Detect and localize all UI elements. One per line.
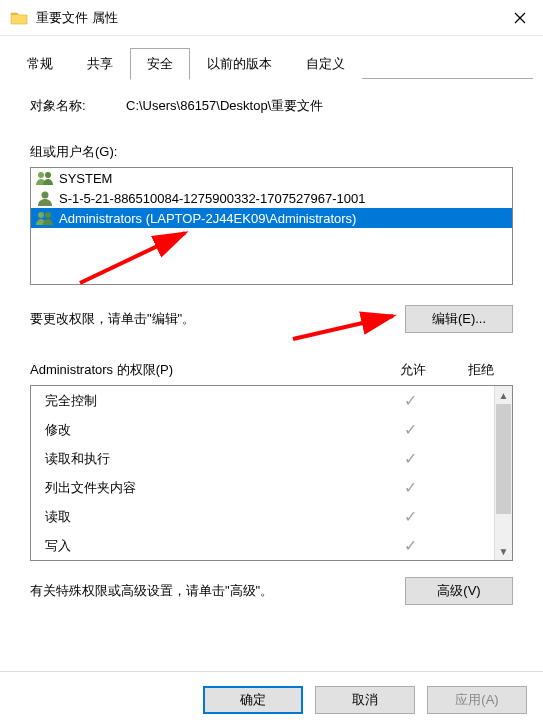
permission-allow-check: ✓ (374, 507, 446, 526)
permission-row: 列出文件夹内容✓ (31, 473, 494, 502)
svg-point-2 (42, 192, 49, 199)
list-item-label: Administrators (LAPTOP-2J44EK09\Administ… (59, 211, 356, 226)
window-title: 重要文件 属性 (36, 9, 497, 27)
advanced-button[interactable]: 高级(V) (405, 577, 513, 605)
permission-row: 读取✓ (31, 502, 494, 531)
svg-point-1 (45, 172, 51, 178)
ok-button[interactable]: 确定 (203, 686, 303, 714)
tab-previous-versions[interactable]: 以前的版本 (190, 48, 289, 79)
edit-button[interactable]: 编辑(E)... (405, 305, 513, 333)
svg-point-4 (45, 212, 51, 218)
svg-point-0 (38, 172, 44, 178)
permission-allow-check: ✓ (374, 420, 446, 439)
content-area: 对象名称: C:\Users\86157\Desktop\重要文件 组或用户名(… (0, 79, 543, 605)
permission-name: 读取 (45, 508, 374, 526)
permission-name: 列出文件夹内容 (45, 479, 374, 497)
permissions-header-name: Administrators 的权限(P) (30, 361, 377, 379)
groups-listbox[interactable]: SYSTEMS-1-5-21-886510084-1275900332-1707… (30, 167, 513, 285)
permission-row: 写入✓ (31, 531, 494, 560)
object-path: C:\Users\86157\Desktop\重要文件 (126, 97, 323, 115)
users-group-icon (35, 170, 55, 186)
permission-name: 修改 (45, 421, 374, 439)
list-item[interactable]: Administrators (LAPTOP-2J44EK09\Administ… (31, 208, 512, 228)
list-item-label: S-1-5-21-886510084-1275900332-1707527967… (59, 191, 365, 206)
groups-label: 组或用户名(G): (30, 143, 513, 161)
close-button[interactable] (497, 2, 543, 34)
svg-point-3 (38, 212, 44, 218)
users-group-icon (35, 210, 55, 226)
titlebar: 重要文件 属性 (0, 0, 543, 36)
permissions-box: 完全控制✓修改✓读取和执行✓列出文件夹内容✓读取✓写入✓ ▲ ▼ (30, 385, 513, 561)
cancel-button[interactable]: 取消 (315, 686, 415, 714)
permission-name: 完全控制 (45, 392, 374, 410)
permissions-header: Administrators 的权限(P) 允许 拒绝 (30, 361, 513, 379)
permission-name: 读取和执行 (45, 450, 374, 468)
permission-allow-check: ✓ (374, 478, 446, 497)
list-item-label: SYSTEM (59, 171, 112, 186)
edit-hint-text: 要更改权限，请单击"编辑"。 (30, 310, 405, 328)
permission-name: 写入 (45, 537, 374, 555)
folder-icon (10, 11, 28, 25)
permission-row: 完全控制✓ (31, 386, 494, 415)
scroll-up-icon[interactable]: ▲ (495, 386, 512, 404)
permissions-header-deny: 拒绝 (449, 361, 513, 379)
object-label: 对象名称: (30, 97, 126, 115)
permission-row: 修改✓ (31, 415, 494, 444)
list-item[interactable]: SYSTEM (31, 168, 512, 188)
object-row: 对象名称: C:\Users\86157\Desktop\重要文件 (30, 97, 513, 115)
list-item[interactable]: S-1-5-21-886510084-1275900332-1707527967… (31, 188, 512, 208)
permission-allow-check: ✓ (374, 536, 446, 555)
dialog-footer: 确定 取消 应用(A) (0, 671, 543, 727)
scroll-down-icon[interactable]: ▼ (495, 542, 512, 560)
tab-custom[interactable]: 自定义 (289, 48, 362, 79)
tab-security[interactable]: 安全 (130, 48, 190, 80)
advanced-hint-text: 有关特殊权限或高级设置，请单击"高级"。 (30, 582, 405, 600)
permissions-header-allow: 允许 (377, 361, 449, 379)
tab-share[interactable]: 共享 (70, 48, 130, 79)
scroll-thumb[interactable] (496, 404, 511, 514)
permissions-scrollbar[interactable]: ▲ ▼ (494, 386, 512, 560)
tab-general[interactable]: 常规 (10, 48, 70, 79)
edit-hint-row: 要更改权限，请单击"编辑"。 编辑(E)... (30, 305, 513, 333)
close-icon (514, 12, 526, 24)
user-icon (35, 190, 55, 206)
advanced-hint-row: 有关特殊权限或高级设置，请单击"高级"。 高级(V) (30, 577, 513, 605)
apply-button[interactable]: 应用(A) (427, 686, 527, 714)
permission-allow-check: ✓ (374, 449, 446, 468)
permission-allow-check: ✓ (374, 391, 446, 410)
tab-strip: 常规 共享 安全 以前的版本 自定义 (0, 36, 543, 79)
permission-row: 读取和执行✓ (31, 444, 494, 473)
